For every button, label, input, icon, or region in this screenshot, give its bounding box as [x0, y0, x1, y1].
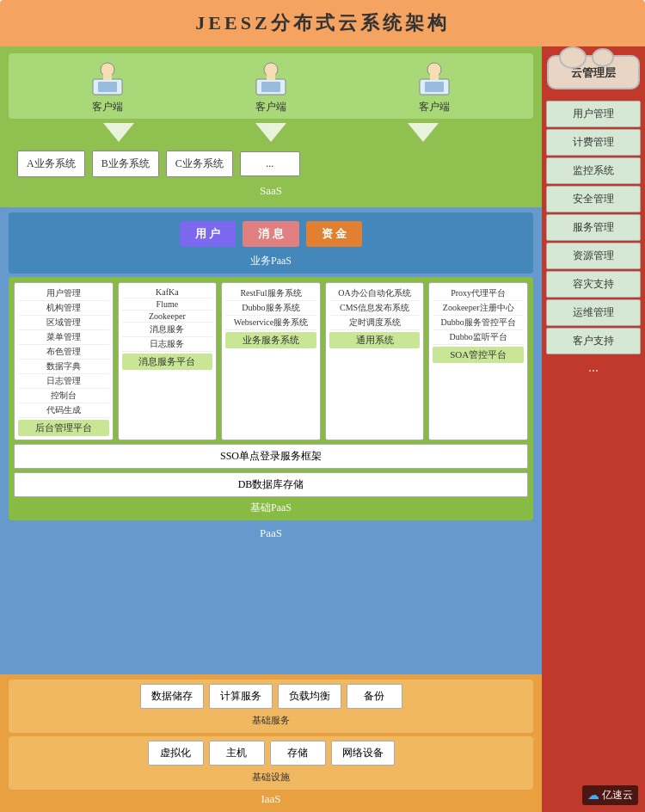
- biz-paas-label: 业务PaaS: [14, 250, 528, 268]
- col-backend: 用户管理 机构管理 区域管理 菜单管理 布色管理 数据字典 日志管理 控制台 代…: [14, 282, 114, 440]
- col-common-label: 通用系统: [329, 332, 421, 348]
- col-soa-item-2: Zookeeper注册中心: [433, 301, 524, 316]
- svg-rect-5: [261, 82, 280, 92]
- sso-db-section: SSO单点登录服务框架 DB数据库存储: [14, 444, 528, 497]
- page-title: JEESZ分布式云系统架构: [0, 0, 645, 46]
- col-biz-svc-item-3: Webservice服务系统: [225, 316, 316, 330]
- person-icon-1: [86, 58, 129, 96]
- iaas-infra-row: 虚拟化 主机 存储 网络设备: [13, 741, 529, 766]
- col-msg-item-1: KafKa: [122, 286, 213, 298]
- col-common: OA办公自动化系统 CMS信息发布系统 定时调度系统 通用系统: [325, 282, 425, 440]
- db-box: DB数据库存储: [14, 472, 528, 497]
- iaas-basic-row: 数据储存 计算服务 负载均衡 备份: [13, 684, 529, 709]
- svg-rect-11: [430, 75, 439, 80]
- iaas-lb: 负载均衡: [278, 684, 341, 709]
- paas-layer: 用 户 消 息 资 金 业务PaaS 用户管理 机构管理 区域管理: [0, 207, 542, 674]
- svg-rect-7: [267, 75, 275, 80]
- foundation-paas: 用户管理 机构管理 区域管理 菜单管理 布色管理 数据字典 日志管理 控制台 代…: [9, 277, 533, 520]
- col-soa-item-4: Dubbo监听平台: [433, 330, 524, 345]
- col-backend-item-1: 用户管理: [18, 286, 109, 301]
- col-soa: Proxy代理平台 Zookeeper注册中心 Dubbo服务管控平台 Dubb…: [428, 282, 528, 440]
- client-1: 客户端: [86, 58, 129, 114]
- arrows-row: [9, 119, 533, 146]
- iaas-host: 主机: [209, 741, 265, 766]
- saas-label: SaaS: [9, 181, 533, 200]
- col-common-item-3: 定时调度系统: [329, 316, 421, 330]
- col-biz-svc-item-2: Dubbo服务系统: [225, 301, 316, 316]
- person-icon-2: [249, 58, 292, 96]
- col-backend-item-9: 代码生成: [18, 403, 109, 418]
- col-msg-item-4: 消息服务: [122, 323, 213, 337]
- foundation-columns: 用户管理 机构管理 区域管理 菜单管理 布色管理 数据字典 日志管理 控制台 代…: [14, 282, 528, 440]
- iaas-label: IaaS: [9, 790, 533, 809]
- sso-box: SSO单点登录服务框架: [14, 444, 528, 469]
- saas-app-more: ...: [240, 151, 300, 176]
- content-area: 客户端 客户端: [0, 46, 645, 812]
- col-backend-item-7: 日志管理: [18, 374, 109, 389]
- sidebar-item-resource[interactable]: 资源管理: [546, 243, 641, 269]
- col-soa-item-1: Proxy代理平台: [433, 286, 524, 301]
- client-label-3: 客户端: [419, 100, 450, 114]
- saas-layer: 客户端 客户端: [0, 46, 542, 207]
- biz-paas-services: 用 户 消 息 资 金: [14, 218, 528, 250]
- foundation-paas-label: 基础PaaS: [14, 497, 528, 515]
- sidebar-item-dr[interactable]: 容灾支持: [546, 271, 641, 298]
- sidebar-item-ops[interactable]: 运维管理: [546, 299, 641, 326]
- watermark: ☁ 亿速云: [582, 785, 638, 805]
- sidebar-item-billing[interactable]: 计费管理: [546, 129, 641, 156]
- sidebar-item-security[interactable]: 安全管理: [546, 186, 641, 212]
- client-3: 客户端: [413, 58, 456, 114]
- watermark-text: 亿速云: [602, 788, 633, 803]
- saas-apps-row: A业务系统 B业务系统 C业务系统 ...: [9, 146, 533, 181]
- iaas-backup: 备份: [347, 684, 402, 709]
- main-wrapper: JEESZ分布式云系统架构 客户端: [0, 0, 645, 812]
- arrow-1: [103, 123, 134, 142]
- biz-service-msg[interactable]: 消 息: [243, 221, 298, 247]
- col-msg-label: 消息服务平台: [122, 354, 213, 370]
- cloud-icon: ☁: [587, 788, 599, 803]
- col-backend-item-8: 控制台: [18, 389, 109, 403]
- client-label-1: 客户端: [92, 100, 123, 114]
- svg-rect-1: [98, 82, 117, 92]
- left-content: 客户端 客户端: [0, 46, 542, 812]
- col-backend-item-6: 数据字典: [18, 360, 109, 374]
- col-msg: KafKa Flume Zookeeper 消息服务 日志服务 消息服务平台: [118, 282, 218, 440]
- biz-service-fund[interactable]: 资 金: [306, 221, 362, 247]
- col-soa-item-3: Dubbo服务管控平台: [433, 316, 524, 330]
- client-label-2: 客户端: [255, 100, 286, 114]
- arrow-3: [408, 123, 439, 142]
- col-biz-svc-label: 业务服务系统: [225, 332, 316, 348]
- iaas-layer: 数据储存 计算服务 负载均衡 备份 基础服务 虚拟化 主机 存储 网络设备: [0, 674, 542, 812]
- sidebar-item-user-mgmt[interactable]: 用户管理: [546, 101, 641, 127]
- iaas-network: 网络设备: [331, 741, 395, 766]
- sidebar-items: 用户管理 计费管理 监控系统 安全管理 服务管理 资源管理 容灾支持 运维管理 …: [542, 96, 645, 812]
- col-backend-item-4: 菜单管理: [18, 330, 109, 345]
- saas-clients-row: 客户端 客户端: [9, 53, 533, 119]
- col-backend-item-5: 布色管理: [18, 345, 109, 360]
- col-backend-item-3: 区域管理: [18, 316, 109, 330]
- col-common-item-1: OA办公自动化系统: [329, 286, 421, 301]
- col-biz-svc-item-1: RestFul服务系统: [225, 286, 316, 301]
- iaas-virtual: 虚拟化: [148, 741, 204, 766]
- sidebar-item-service[interactable]: 服务管理: [546, 214, 641, 241]
- col-msg-item-2: Flume: [122, 298, 213, 311]
- svg-rect-9: [425, 82, 444, 92]
- biz-service-user[interactable]: 用 户: [180, 221, 236, 247]
- sidebar-item-support[interactable]: 客户支持: [546, 328, 641, 354]
- iaas-infra: 虚拟化 主机 存储 网络设备 基础设施: [9, 736, 533, 790]
- col-backend-item-2: 机构管理: [18, 301, 109, 316]
- arrow-2: [255, 123, 286, 142]
- col-backend-label: 后台管理平台: [18, 420, 109, 436]
- iaas-storage: 数据储存: [140, 684, 204, 709]
- sidebar-item-monitor[interactable]: 监控系统: [546, 157, 641, 184]
- svg-rect-3: [103, 75, 112, 80]
- biz-paas: 用 户 消 息 资 金 业务PaaS: [9, 212, 533, 274]
- paas-label: PaaS: [9, 524, 533, 544]
- iaas-infra-label: 基础设施: [13, 769, 529, 785]
- svg-point-6: [264, 63, 278, 77]
- right-sidebar: 云管理层 用户管理 计费管理 监控系统 安全管理 服务管理 资源管理 容灾支持 …: [542, 46, 645, 812]
- col-common-item-2: CMS信息发布系统: [329, 301, 421, 316]
- col-soa-label: SOA管控平台: [433, 347, 524, 363]
- cloud-mgmt-label: 云管理层: [547, 55, 640, 89]
- saas-app-a: A业务系统: [17, 151, 85, 177]
